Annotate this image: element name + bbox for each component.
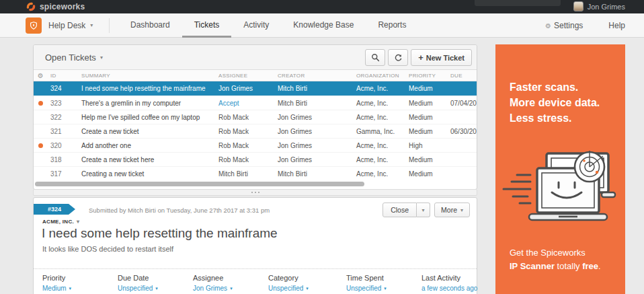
ticket-summary: Add another one [79,142,216,149]
column-header-assignee[interactable]: ASSIGNEE [216,73,275,79]
ticket-priority: Medium [406,114,448,121]
table-row-ticket-322[interactable]: 322 Help me I've spilled coffee on my la… [34,110,477,124]
column-settings-gear-icon[interactable]: ⚙ [34,72,48,79]
ticket-summary: I need some help resetting the mainframe [79,85,216,92]
refresh-button[interactable] [388,49,408,66]
category-dropdown[interactable]: Unspecified ▾ [268,285,346,292]
helpdesk-app-button[interactable] [26,17,42,34]
ticket-organization: Acme, Inc. [354,170,406,178]
priority-dropdown[interactable]: Medium ▾ [42,285,118,292]
field-value: Medium [42,285,67,292]
help-link[interactable]: Help [608,21,625,30]
settings-link[interactable]: ⚙ Settings [545,21,583,30]
column-header-organization[interactable]: ORGANIZATION [354,73,406,79]
close-options-button[interactable]: ▾ [417,203,430,217]
table-header: ⚙ ID SUMMARY ASSIGNEE CREATOR ORGANIZATI… [34,70,477,81]
table-row-ticket-323[interactable]: 323 There's a gremlin in my computer Acc… [34,96,477,110]
brand-name: spiceworks [40,2,85,11]
more-button[interactable]: More ▾ [434,203,470,217]
ticket-due: 07/04/20 [448,100,477,107]
organization-dropdown[interactable]: ACME, INC. ▾ [42,219,79,225]
table-row-ticket-320[interactable]: 320 Add another one Rob Mack Jon Grimes … [34,138,477,152]
table-row-ticket-317[interactable]: 317 Creating a new ticket Mitch Birti Mi… [34,166,477,180]
ticket-assignee: Rob Mack [216,114,275,121]
ticket-priority: Medium [406,100,448,107]
pane-splitter-handle[interactable] [33,189,477,196]
app-switcher[interactable]: Help Desk ▾ [48,13,93,38]
accept-ticket-link[interactable]: Accept [216,100,275,107]
chevron-down-icon: ▾ [384,286,387,291]
chevron-down-icon: ▾ [77,219,79,225]
nav-tab-activity[interactable]: Activity [231,13,281,38]
nav-bar: Help Desk ▾ Dashboard Tickets Activity K… [0,13,644,38]
ticket-summary: Help me I've spilled coffee on my laptop [79,114,216,121]
spiceworks-logo[interactable]: spiceworks [26,1,85,12]
ticket-organization: Acme, Inc. [354,100,406,107]
splitter-dots-icon [251,192,259,193]
fields-divider [34,268,477,269]
column-header-id[interactable]: ID [48,73,79,79]
ad-footer-bold-free: free [582,261,598,271]
ticket-id: 323 [48,100,79,107]
field-last-activity: Last Activity a few seconds ago [421,274,497,292]
top-bar: spiceworks Jon Grimes [0,0,644,13]
ticket-assignee: Rob Mack [216,128,275,135]
assignee-dropdown[interactable]: Jon Grimes ▾ [193,285,268,292]
time-spent-dropdown[interactable]: Unspecified ▾ [346,285,421,292]
column-header-creator[interactable]: CREATOR [275,73,354,79]
topbar-search-input[interactable] [475,0,561,6]
nav-tab-tickets[interactable]: Tickets [182,13,232,38]
ad-footer-bold-ip-scanner: IP Scanner [510,261,555,271]
last-activity-value: a few seconds ago [421,285,497,292]
column-header-summary[interactable]: SUMMARY [79,73,216,79]
new-ticket-button[interactable]: + New Ticket [411,49,472,66]
ticket-id: 320 [48,142,79,149]
chevron-down-icon: ▾ [100,45,103,70]
ad-headline-line1: Faster scans. [510,79,600,95]
ticket-creator: Jon Grimes [275,156,354,163]
field-due-date: Due Date Unspecified ▾ [118,274,193,292]
tickets-panel: Open Tickets ▾ + [33,44,477,190]
nav-tab-reports[interactable]: Reports [366,13,418,38]
unread-dot-icon [38,143,43,148]
ticket-filter-dropdown[interactable]: Open Tickets ▾ [45,45,103,70]
ticket-summary: Creating a new ticket [79,170,216,178]
chevron-down-icon: ▾ [90,13,93,38]
search-icon [371,53,380,62]
ticket-summary: Create a new ticket here [79,156,216,163]
ad-footer: Get the Spiceworks IP Scanner totally fr… [510,246,601,272]
field-value: Unspecified [346,285,381,292]
user-name: Jon Grimes [588,3,625,11]
nav-tab-dashboard[interactable]: Dashboard [118,13,182,38]
refresh-icon [394,53,403,62]
unread-indicator-cell [34,101,48,106]
scrollbar-thumb[interactable] [35,182,364,186]
settings-label: Settings [554,21,583,30]
table-row-ticket-324[interactable]: 324 I need some help resetting the mainf… [34,81,477,96]
field-label: Category [268,274,346,282]
chevron-down-icon: ▾ [69,286,72,291]
table-row-ticket-318[interactable]: 318 Create a new ticket here Rob Mack Jo… [34,152,477,166]
ticket-filter-label: Open Tickets [45,45,96,70]
field-label: Due Date [118,274,193,282]
field-label: Last Activity [421,274,497,282]
column-header-priority[interactable]: PRIORITY [406,73,448,79]
nav-divider [109,18,110,33]
ad-headline-line2: More device data. [510,95,600,110]
column-header-due[interactable]: DUE [448,73,477,79]
horizontal-scrollbar[interactable] [35,181,475,188]
ticket-id: 322 [48,114,79,121]
ad-footer-line1: Get the Spiceworks [510,246,601,260]
search-button[interactable] [365,49,385,66]
nav-tab-knowledge-base[interactable]: Knowledge Base [281,13,366,38]
unread-dot-icon [38,101,43,106]
close-ticket-button[interactable]: Close [383,203,417,217]
ip-scanner-ad[interactable]: Faster scans. More device data. Less str… [495,44,625,294]
user-menu[interactable]: Jon Grimes [573,1,625,11]
plus-icon: + [418,52,424,63]
due-date-dropdown[interactable]: Unspecified ▾ [118,285,193,292]
field-priority: Priority Medium ▾ [42,274,118,292]
table-row-ticket-321[interactable]: 321 Create a new ticket Rob Mack Jon Gri… [34,124,477,138]
ticket-organization: Acme, Inc. [354,156,406,163]
ticket-number-badge: #324 [34,204,75,215]
